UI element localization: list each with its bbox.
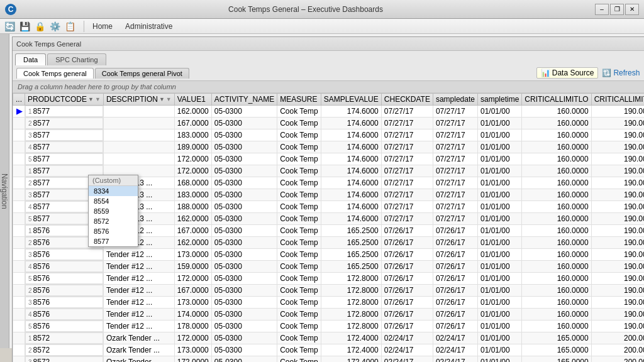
cell-sampledate: 07/27/17	[433, 153, 477, 165]
cell-criticallimitlo: 160.0000	[522, 165, 591, 177]
tab-spc[interactable]: SPC Charting	[47, 53, 106, 65]
sort-productcode-icon[interactable]: ▼	[88, 96, 94, 102]
cell-activity-name: 05-0300	[211, 297, 277, 309]
table-wrapper[interactable]: (Custom) 8334 8554 8559 8572 8576 8577 .…	[13, 93, 644, 362]
cell-value1: 172.0000	[174, 153, 211, 165]
toolbar-icon-refresh[interactable]: 🔄	[3, 20, 16, 33]
cell-sampledate: 07/26/17	[433, 249, 477, 261]
cell-sampledate: 07/26/17	[433, 237, 477, 249]
cell-checkdate: 07/27/17	[381, 141, 433, 153]
menu-home[interactable]: Home	[86, 21, 119, 32]
dropdown-item-1[interactable]: 8554	[89, 196, 138, 206]
dropdown-item-5[interactable]: 8577	[89, 236, 138, 246]
cell-measure: Cook Temp	[277, 118, 321, 129]
filter-description-icon[interactable]: ▼	[166, 96, 172, 102]
cell-criticallimithi: 190.0000	[591, 165, 644, 177]
column-filter-dropdown[interactable]: (Custom) 8334 8554 8559 8572 8576 8577	[88, 175, 138, 247]
cell-sampledate: 07/26/17	[433, 309, 477, 321]
col-value1[interactable]: VALUE1	[174, 94, 211, 106]
col-samplevalue[interactable]: SAMPLEVALUE	[321, 94, 381, 106]
cell-sampledate: 07/27/17	[433, 213, 477, 225]
cell-criticallimitlo: 160.0000	[522, 297, 591, 309]
sub-tab-general[interactable]: Cook Temps general	[16, 68, 94, 79]
cell-description: Tender #12 ...	[103, 309, 174, 321]
cell-samplevalue: 165.2500	[321, 261, 381, 273]
cell-samplevalue: 172.8000	[321, 321, 381, 332]
data-source-label: Data Source	[552, 69, 594, 77]
col-checkdate[interactable]: CHECKDATE	[381, 94, 433, 106]
cell-measure: Cook Temp	[277, 273, 321, 285]
cell-productcode: 4 8577	[25, 141, 103, 153]
row-indicator	[13, 321, 25, 332]
cell-checkdate: 07/27/17	[381, 213, 433, 225]
cell-criticallimithi: 200.0000	[591, 356, 644, 363]
cell-samplevalue: 165.2500	[321, 237, 381, 249]
col-measure[interactable]: MEASURE	[277, 94, 321, 106]
col-criticallimitlo[interactable]: CRITICALLIMITLO	[522, 94, 591, 106]
toolbar-icon-clipboard[interactable]: 📋	[63, 20, 77, 33]
close-button[interactable]: ✕	[625, 4, 639, 15]
col-sampletime[interactable]: sampletime	[477, 94, 521, 106]
cell-checkdate: 07/26/17	[381, 321, 433, 332]
cell-activity-name: 05-0300	[211, 237, 277, 249]
menu-administrative[interactable]: Administrative	[119, 21, 179, 32]
cell-criticallimitlo: 160.0000	[522, 177, 591, 189]
toolbar-icon-save[interactable]: 💾	[18, 20, 31, 33]
cell-measure: Cook Temp	[277, 237, 321, 249]
cell-value1: 162.0000	[174, 213, 211, 225]
cell-sampledate: 07/27/17	[433, 189, 477, 201]
dropdown-item-4[interactable]: 8576	[89, 226, 138, 236]
col-description[interactable]: DESCRIPTION ▼ ▼	[103, 94, 174, 106]
refresh-button[interactable]: 🔃 Refresh	[602, 69, 640, 77]
tab-data[interactable]: Data	[15, 53, 46, 65]
restore-button[interactable]: ❐	[610, 4, 624, 15]
nav-sidebar[interactable]: Navigation	[0, 34, 9, 348]
cell-criticallimitlo: 160.0000	[522, 189, 591, 201]
col-productcode[interactable]: PRODUCTCODE ▼ ▼	[25, 94, 104, 106]
cell-sampletime: 01/01/00	[477, 213, 521, 225]
toolbar-icon-settings[interactable]: ⚙️	[48, 20, 62, 33]
cell-sampledate: 02/24/17	[433, 356, 477, 363]
row-indicator	[13, 237, 25, 249]
cell-activity-name: 05-0300	[211, 213, 277, 225]
cell-sampledate: 07/26/17	[433, 285, 477, 297]
cell-activity-name: 05-0300	[211, 165, 277, 177]
cell-criticallimitlo: 165.0000	[522, 332, 591, 344]
data-source-button[interactable]: 📊 Data Source	[536, 67, 599, 79]
cell-criticallimithi: 190.0000	[591, 106, 644, 118]
sort-description-icon[interactable]: ▼	[159, 96, 165, 102]
filter-productcode-icon[interactable]: ▼	[95, 96, 101, 102]
dropdown-item-0[interactable]: 8334	[89, 186, 138, 196]
table-row: ▶ 1 8577 162.0000 05-0300 Cook Temp 174.…	[13, 106, 645, 118]
row-indicator	[13, 285, 25, 297]
minimize-button[interactable]: –	[595, 4, 609, 15]
cell-activity-name: 05-0300	[211, 261, 277, 273]
cell-samplevalue: 174.6000	[321, 201, 381, 213]
cell-description: Tender #12 ...	[103, 249, 174, 261]
cell-measure: Cook Temp	[277, 344, 321, 356]
dropdown-item-3[interactable]: 8572	[89, 216, 138, 226]
sub-tab-pivot[interactable]: Cook Temps general Pivot	[95, 68, 189, 79]
cell-productcode: 3 8572	[25, 356, 103, 362]
cell-sampletime: 01/01/00	[477, 189, 521, 201]
col-ellipsis: ...	[13, 94, 25, 106]
col-activity-name[interactable]: ACTIVITY_NAME	[211, 94, 277, 106]
cell-value1: 173.0000	[174, 344, 211, 356]
cell-criticallimitlo: 160.0000	[522, 249, 591, 261]
cell-value1: 167.0000	[174, 285, 211, 297]
row-indicator	[13, 297, 25, 309]
cell-checkdate: 02/24/17	[381, 356, 433, 363]
col-criticallimithi[interactable]: CRITICALLIMITHI	[591, 94, 644, 106]
cell-activity-name: 05-0300	[211, 344, 277, 356]
cell-value1: 172.0000	[174, 273, 211, 285]
cell-value1: 167.0000	[174, 118, 211, 129]
row-indicator	[13, 141, 25, 153]
cell-value1: 168.0000	[174, 177, 211, 189]
cell-productcode: 2 8577	[25, 118, 103, 129]
cell-value1: 167.0000	[174, 225, 211, 237]
cell-samplevalue: 174.6000	[321, 189, 381, 201]
dropdown-item-2[interactable]: 8559	[89, 206, 138, 216]
cell-measure: Cook Temp	[277, 249, 321, 261]
toolbar-icon-lock[interactable]: 🔒	[33, 20, 47, 33]
col-sampledate[interactable]: sampledate	[433, 94, 477, 106]
